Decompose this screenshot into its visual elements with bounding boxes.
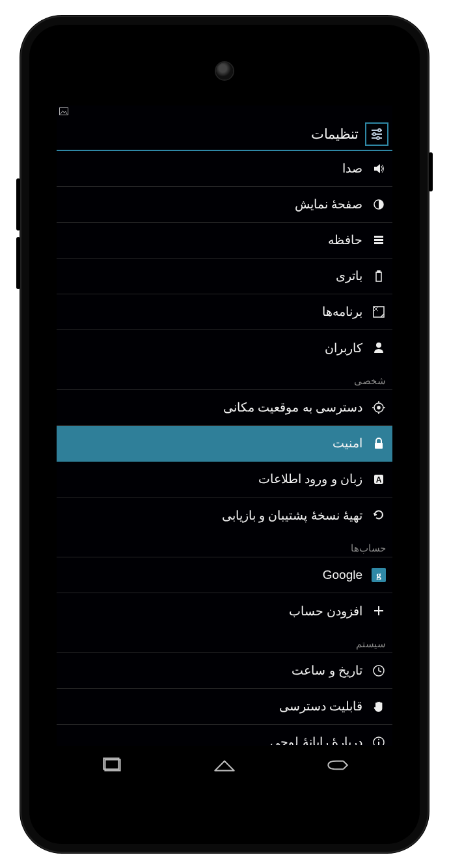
row-accessibility[interactable]: قابلیت دسترسی [57, 689, 392, 725]
row-sound[interactable]: صدا [57, 151, 392, 187]
lock-icon [372, 436, 386, 451]
screen: تنظیمات صدا صفحهٔ نمایش [57, 105, 392, 746]
svg-point-30 [378, 738, 379, 740]
apps-icon [372, 305, 386, 319]
row-apps[interactable]: برنامه‌ها [57, 294, 392, 330]
users-icon [372, 341, 386, 355]
row-battery[interactable]: باتری [57, 259, 392, 294]
home-button[interactable] [211, 755, 238, 777]
recent-apps-button[interactable] [99, 755, 126, 777]
svg-rect-22 [375, 443, 383, 449]
navigation-bar [57, 748, 392, 785]
svg-point-4 [373, 133, 375, 135]
svg-point-6 [377, 137, 379, 139]
earpiece [216, 63, 233, 79]
backup-icon [372, 508, 386, 522]
row-label: صفحهٔ نمایش [295, 197, 362, 212]
speaker-icon [372, 161, 386, 176]
row-label: تهیهٔ نسخهٔ پشتیبان و بازیابی [222, 508, 362, 523]
row-label: دربارهٔ رایانهٔ لوحی [270, 735, 362, 745]
row-add-account[interactable]: افزودن حساب [57, 593, 392, 629]
row-label: کاربران [325, 341, 362, 356]
settings-icon[interactable] [365, 122, 388, 146]
action-bar: تنظیمات [57, 119, 392, 151]
row-backup[interactable]: تهیهٔ نسخهٔ پشتیبان و بازیابی [57, 497, 392, 533]
row-label: برنامه‌ها [322, 304, 362, 319]
info-icon [372, 735, 386, 745]
row-language[interactable]: A زبان و ورود اطلاعات [57, 462, 392, 497]
battery-icon [372, 269, 386, 283]
svg-rect-9 [374, 236, 383, 238]
back-button[interactable] [323, 755, 350, 777]
section-accounts: حساب‌ها [57, 533, 392, 557]
svg-rect-10 [374, 239, 383, 241]
svg-point-2 [378, 129, 381, 132]
section-system: سیستم [57, 629, 392, 653]
plus-icon [372, 604, 386, 618]
row-datetime[interactable]: تاریخ و ساعت [57, 653, 392, 689]
status-bar [57, 105, 392, 119]
row-location[interactable]: دسترسی به موقعیت مکانی [57, 390, 392, 426]
google-icon: g [372, 568, 386, 582]
svg-text:A: A [376, 475, 382, 484]
row-label: زبان و ورود اطلاعات [258, 471, 362, 486]
hand-icon [372, 699, 386, 714]
picture-icon [59, 106, 68, 118]
svg-point-17 [377, 406, 380, 409]
location-icon [372, 400, 386, 415]
svg-rect-12 [376, 272, 381, 281]
volume-down-hw [16, 237, 20, 289]
language-icon: A [372, 472, 386, 486]
storage-icon [372, 233, 386, 247]
row-security[interactable]: امنیت [57, 426, 392, 462]
svg-marker-7 [374, 164, 380, 173]
row-label: دسترسی به موقعیت مکانی [223, 400, 362, 415]
volume-up-hw [16, 178, 20, 231]
row-label: افزودن حساب [289, 604, 362, 619]
row-storage[interactable]: حافظه [57, 223, 392, 259]
row-label: حافظه [328, 232, 362, 247]
row-label: امنیت [333, 436, 362, 451]
power-hw [429, 152, 433, 191]
row-users[interactable]: کاربران [57, 330, 392, 366]
brightness-icon [372, 197, 386, 212]
svg-rect-13 [377, 271, 380, 272]
row-label: Google [323, 568, 362, 582]
row-display[interactable]: صفحهٔ نمایش [57, 187, 392, 223]
row-label: باتری [336, 268, 362, 283]
svg-point-15 [376, 343, 381, 348]
row-label: صدا [342, 161, 362, 176]
device-frame: تنظیمات صدا صفحهٔ نمایش [20, 16, 429, 853]
page-title: تنظیمات [311, 126, 359, 142]
row-label: قابلیت دسترسی [279, 699, 362, 714]
settings-list[interactable]: صدا صفحهٔ نمایش حافظه [57, 151, 392, 745]
section-personal: شخصی [57, 366, 392, 390]
row-about[interactable]: دربارهٔ رایانهٔ لوحی [57, 725, 392, 745]
row-label: تاریخ و ساعت [292, 663, 362, 678]
clock-icon [372, 664, 386, 678]
svg-rect-11 [374, 242, 383, 244]
row-google[interactable]: g Google [57, 557, 392, 593]
